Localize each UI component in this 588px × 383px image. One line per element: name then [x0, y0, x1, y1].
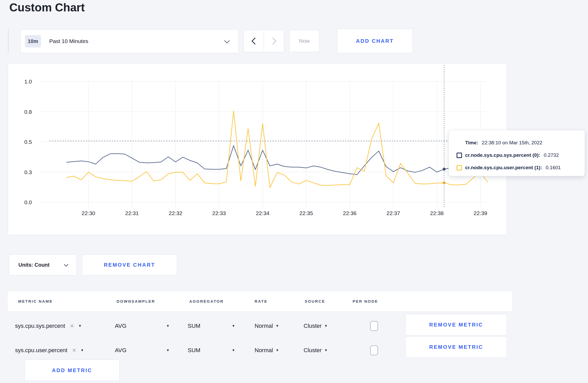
svg-text:22:33: 22:33: [212, 210, 226, 216]
time-range-badge: 10m: [25, 35, 41, 47]
chevron-down-icon: [64, 262, 68, 266]
column-header-per-node: PER NODE: [353, 292, 378, 311]
units-dropdown[interactable]: Units: Count: [9, 254, 77, 275]
svg-text:22:31: 22:31: [125, 210, 139, 216]
downsampler-select[interactable]: AVG: [115, 345, 127, 356]
tooltip-time-value: 22:38:10 on Mar 15th, 2022: [482, 140, 542, 146]
time-nav-group: [244, 30, 284, 52]
chevron-left-icon: [251, 38, 258, 45]
downsampler-select[interactable]: AVG: [115, 320, 127, 332]
tooltip-series-label: cr.node.sys.cpu.sys.percent (0):: [465, 152, 540, 158]
remove-metric-button[interactable]: REMOVE METRIC: [405, 336, 507, 358]
caret-down-icon: ▼: [81, 345, 84, 356]
svg-text:1.0: 1.0: [24, 79, 32, 84]
rate-select[interactable]: Normal ▼: [255, 320, 279, 332]
add-chart-button[interactable]: ADD CHART: [337, 29, 413, 53]
svg-text:0.5: 0.5: [24, 139, 32, 145]
series-sys-swatch-icon: [457, 153, 462, 158]
svg-text:22:34: 22:34: [256, 210, 270, 216]
column-header-rate: RATE: [255, 292, 268, 311]
aggregator-select[interactable]: SUM: [188, 345, 200, 356]
series-user-swatch-icon: [457, 165, 462, 171]
svg-text:22:39: 22:39: [474, 210, 487, 216]
remove-metric-button[interactable]: REMOVE METRIC: [405, 314, 507, 335]
tooltip-series-row: cr.node.sys.cpu.sys.percent (0): 0.2732: [457, 150, 579, 161]
add-metric-button[interactable]: ADD METRIC: [25, 360, 120, 381]
svg-text:22:30: 22:30: [82, 210, 95, 216]
chart-tooltip: Time: 22:38:10 on Mar 15th, 2022 cr.node…: [449, 130, 585, 176]
chart-card: 0.00.30.50.81.022:3022:3122:3222:3322:34…: [8, 63, 507, 235]
next-time-button[interactable]: [264, 30, 284, 52]
rate-select[interactable]: Normal ▼: [255, 345, 279, 356]
toolbar-divider: [8, 29, 9, 53]
caret-down-icon: ▼: [276, 345, 279, 356]
caret-down-icon: ▼: [324, 320, 328, 332]
caret-down-icon: ▼: [78, 320, 82, 332]
time-range-dropdown[interactable]: 10m Past 10 Minutes: [20, 29, 239, 53]
svg-text:22:36: 22:36: [343, 210, 357, 216]
metrics-line-chart[interactable]: 0.00.30.50.81.022:3022:3122:3222:3322:34…: [8, 64, 507, 235]
caret-down-icon: ▼: [232, 320, 235, 332]
aggregator-select[interactable]: SUM: [188, 320, 200, 332]
svg-text:22:38: 22:38: [430, 210, 444, 216]
tooltip-time-label: Time:: [465, 140, 478, 146]
units-label: Units: Count: [18, 262, 50, 268]
chevron-down-icon: [224, 38, 230, 43]
svg-text:0.3: 0.3: [24, 169, 32, 175]
clear-metric-icon[interactable]: ✕: [70, 320, 74, 332]
source-select[interactable]: Cluster ▼: [304, 320, 328, 332]
caret-down-icon: ▼: [232, 345, 235, 356]
metric-name-select[interactable]: sys.cpu.user.percent ✕ ▼: [15, 345, 84, 356]
caret-down-icon: ▼: [166, 345, 170, 356]
tooltip-series-row: cr.node.sys.cpu.user.percent (1): 0.1601: [457, 162, 579, 173]
column-header-source: SOURCE: [305, 292, 325, 311]
page-title: Custom Chart: [9, 1, 85, 14]
chevron-right-icon: [269, 38, 276, 45]
svg-text:22:35: 22:35: [299, 210, 313, 216]
per-node-checkbox[interactable]: [370, 321, 378, 331]
column-header-metric-name: METRIC NAME: [18, 292, 53, 311]
tooltip-series-label: cr.node.sys.cpu.user.percent (1):: [465, 165, 542, 171]
svg-text:0.8: 0.8: [24, 109, 32, 115]
now-button[interactable]: Now: [289, 30, 319, 52]
column-header-aggregator: AGGREGATOR: [189, 292, 224, 311]
tooltip-time-row: Time: 22:38:10 on Mar 15th, 2022: [457, 137, 579, 148]
caret-down-icon: ▼: [166, 320, 170, 332]
svg-text:22:37: 22:37: [387, 210, 400, 216]
tooltip-series-value: 0.1601: [546, 165, 561, 171]
caret-down-icon: ▼: [324, 345, 328, 356]
svg-text:22:32: 22:32: [169, 210, 183, 216]
metric-name-select[interactable]: sys.cpu.sys.percent ✕ ▼: [15, 320, 82, 332]
column-header-downsampler: DOWNSAMPLER: [117, 292, 155, 311]
per-node-checkbox[interactable]: [370, 345, 378, 355]
source-select[interactable]: Cluster ▼: [304, 345, 328, 356]
clear-metric-icon[interactable]: ✕: [72, 345, 76, 356]
custom-chart-page: Custom Chart 10m Past 10 Minutes Now ADD…: [0, 0, 588, 383]
prev-time-button[interactable]: [244, 30, 264, 52]
caret-down-icon: ▼: [276, 320, 279, 332]
tooltip-series-value: 0.2732: [544, 152, 559, 158]
svg-text:0.0: 0.0: [24, 199, 32, 205]
time-range-label: Past 10 Minutes: [49, 38, 88, 44]
remove-chart-button[interactable]: REMOVE CHART: [82, 254, 177, 275]
